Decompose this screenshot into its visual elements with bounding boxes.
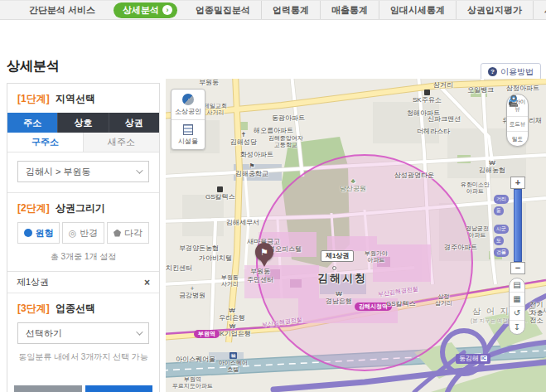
zoom-level-badge[interactable]: 시군 (494, 225, 509, 234)
zoom-level-badge[interactable]: 거리 (494, 195, 509, 204)
close-icon[interactable]: × (144, 277, 150, 288)
subtab-new-address[interactable]: 새주소 (83, 133, 159, 152)
page-title: 상세분석 (7, 58, 60, 75)
bank-icon: ₩ (326, 291, 352, 298)
address-tabs: 주소 상호 상권 (7, 113, 159, 133)
map-label: 경오피스텔 (268, 245, 302, 254)
roadview-button[interactable]: 로드뷰 (507, 116, 528, 131)
image-icon[interactable]: ▦ (510, 292, 524, 306)
map-label: 김해시청 (317, 272, 367, 285)
map-label: 신파크맨션 (428, 115, 461, 123)
tab-business-name[interactable]: 상호 (57, 113, 108, 133)
map-label: 경남궁전 아파트 (466, 225, 489, 240)
zoom-level-badge[interactable]: 도 (494, 236, 504, 245)
map-label: ₩IBK기업은행 (214, 323, 251, 338)
mode-circle-button[interactable]: 원형 (17, 222, 60, 244)
region-select-value: 김해시 > 부원동 (26, 166, 91, 178)
map-label: 제일교회 사거리 (204, 103, 227, 117)
tab-trade-area[interactable]: 상권 (109, 113, 159, 133)
zoom-level-badge[interactable]: 동 (494, 206, 504, 215)
step2-badge: [2단계] (17, 202, 50, 214)
industry-select[interactable]: 선택하기 (17, 322, 149, 344)
map-label: 동광아파트 (272, 114, 305, 123)
merchant-icon (182, 94, 194, 105)
industry-note: 동일분류 내에서 3개까지 선택 가능 (17, 344, 149, 365)
map[interactable]: 부원동삼거리SK주유소오일뱅크삼정아파트제일교회 사거리동광아파트해오름아파트청… (166, 79, 546, 392)
map-label: ＋금강병원 (179, 285, 205, 300)
nav-item[interactable]: 임대시세통계 (379, 1, 456, 19)
chevron-down-icon (136, 167, 143, 173)
gas-icon (424, 90, 430, 95)
reset-button[interactable]: 초기화 (14, 385, 82, 392)
map-label: 부원동 (199, 79, 219, 87)
map-label: 삼거리 (433, 81, 453, 90)
flag-pin-icon[interactable]: ⚑ (255, 243, 273, 261)
map-label: GS칼텍스 (386, 300, 416, 308)
step1-title: 지역선택 (56, 93, 95, 104)
tab-address[interactable]: 주소 (7, 113, 57, 133)
zoom-out-button[interactable]: − (510, 262, 525, 274)
step3-badge: [3단계] (17, 302, 50, 314)
analysis-sidebar: [1단계] 지역선택 주소 상호 상권 구주소 새주소 김해시 > 부원동 [2… (7, 83, 160, 392)
mode-radius-button[interactable]: ◎ 반경 (62, 222, 104, 244)
top-navigation: 간단분석 서비스상세분석›업종밀집분석업력통계매출통계임대시세통계상권입지평가사… (0, 0, 546, 20)
draw-mode-group: 원형 ◎ 반경 다각 (17, 222, 149, 244)
list-icon[interactable]: ▤ (510, 278, 524, 292)
map-label: 치킨센터 (166, 264, 192, 273)
density-icon (507, 94, 520, 107)
industry-select-value: 선택하기 (26, 327, 62, 340)
map-label: 가야비치텔 (199, 254, 232, 263)
nav-item[interactable]: 사업자경영평가 (533, 1, 546, 19)
map-label: 부원동 사거리 (221, 274, 239, 288)
map-layer-buttons: 소상공인 시설물 (171, 89, 205, 150)
zoom-in-button[interactable]: + (510, 177, 525, 189)
subtab-old-address[interactable]: 구주소 (7, 133, 83, 152)
map-label: 동김해IC (456, 354, 490, 364)
map-label: ✝김해성당 (230, 132, 257, 147)
map-base (166, 79, 546, 392)
zoom-level-badge[interactable]: 건물 (494, 248, 509, 257)
undo-icon[interactable]: ↺ (510, 306, 524, 320)
chevron-down-icon (136, 328, 143, 335)
nav-item[interactable]: 상세분석› (114, 2, 177, 18)
map-label: ₩경남은행 (326, 291, 352, 306)
density-button[interactable]: 밀도 (507, 131, 528, 146)
radius-icon: ◎ (69, 228, 77, 239)
mode-polygon-button[interactable]: 다각 (107, 222, 149, 244)
region-select[interactable]: 김해시 > 부원동 (17, 161, 149, 182)
merchant-layer-button[interactable]: 소상공인 (172, 90, 205, 119)
map-label: 부원역 (194, 330, 220, 338)
map-label: 김해세무서 (226, 219, 259, 227)
map-label: 해오름아파트 (254, 127, 293, 135)
map-label: 부원가야 아파트 (365, 250, 388, 264)
nav-item[interactable]: 상권입지평가 (456, 1, 533, 19)
download-icon[interactable]: ↧ (510, 320, 524, 334)
map-label: 유한미소안 아파트 (461, 181, 490, 196)
facility-layer-button[interactable]: 시설물 (172, 119, 205, 149)
church-icon: ✝ (230, 132, 257, 138)
nav-item[interactable]: 매출통계 (320, 1, 379, 19)
step3-header: [3단계] 업종선택 (7, 293, 159, 322)
analyze-button[interactable]: 분석하기 (85, 385, 153, 392)
zoom-slider[interactable] (514, 189, 522, 262)
nav-item[interactable]: 업종밀집분석 (185, 1, 261, 19)
roadview-label: 로드뷰 (510, 121, 526, 127)
hospital-icon: ＋ (179, 285, 205, 292)
map-label: 삼정 삼거리 (435, 293, 452, 307)
help-button[interactable]: ? 이용방법 (481, 63, 541, 80)
map-label: SK주유소 (413, 90, 442, 104)
map-toolbar: ▤▦↺↧ (509, 278, 525, 335)
nav-item[interactable]: 업력통계 (261, 1, 320, 19)
facility-icon (183, 124, 193, 135)
map-label: H아이스퀘어 호텔 (219, 352, 248, 374)
map-label: 화성아파트 (240, 151, 273, 159)
chevron-right-icon: › (162, 5, 172, 15)
area-count-summary: 총 3개중 1개 설정 (17, 244, 149, 271)
step2-header: [2단계] 상권그리기 (7, 193, 159, 222)
polygon-icon (114, 230, 121, 237)
bank-icon: ₩ (479, 160, 505, 167)
map-label: 삼정아파트 (506, 85, 539, 93)
mode-radius-label: 반경 (80, 227, 98, 240)
map-label: 삼성광명타운 (394, 172, 434, 180)
nav-item[interactable]: 간단분석 서비스 (18, 1, 106, 19)
